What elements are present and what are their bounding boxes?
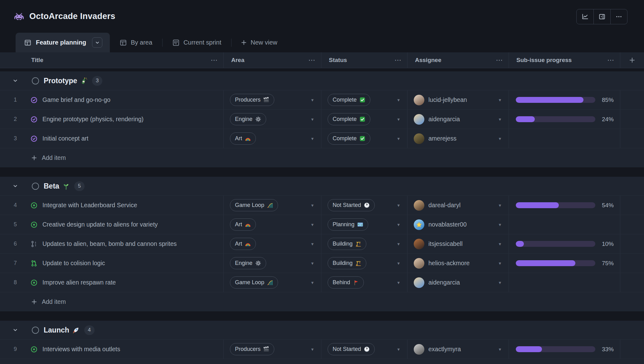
status-dropdown-chevron-icon[interactable]: ▾	[397, 203, 400, 208]
area-dropdown-chevron-icon[interactable]: ▾	[311, 97, 314, 103]
status-pill[interactable]: Not Started	[328, 199, 375, 211]
status-dropdown-chevron-icon[interactable]: ▾	[397, 136, 400, 141]
area-pill[interactable]: Art	[230, 218, 256, 231]
assignee-name[interactable]: itsjessicabell	[428, 240, 462, 247]
area-pill[interactable]: Producers	[230, 343, 274, 355]
tab-by-area[interactable]: By area	[110, 33, 162, 52]
status-dropdown-chevron-icon[interactable]: ▾	[397, 261, 400, 266]
status-pill[interactable]: Complete	[328, 94, 370, 106]
assignee-name[interactable]: novablaster00	[428, 221, 467, 228]
add-item-button[interactable]: Add item	[0, 359, 644, 364]
item-title[interactable]: Update to colision logic	[42, 260, 105, 267]
assignee-name[interactable]: aidengarcia	[428, 279, 460, 286]
more-options-button[interactable]	[610, 9, 627, 24]
group-name: Prototype	[44, 77, 77, 85]
item-title[interactable]: Creative design update to aliens for var…	[42, 221, 158, 228]
area-pill[interactable]: Engine	[230, 257, 266, 269]
assignee-name[interactable]: amerejess	[428, 135, 456, 142]
item-title[interactable]: Game brief and go-no-go	[42, 96, 110, 103]
area-dropdown-chevron-icon[interactable]: ▾	[311, 347, 314, 352]
area-dropdown-chevron-icon[interactable]: ▾	[311, 117, 314, 122]
status-dropdown-chevron-icon[interactable]: ▾	[397, 347, 400, 352]
area-pill[interactable]: Producers	[230, 94, 274, 106]
row-number: 7	[0, 260, 31, 266]
assignee-dropdown-chevron-icon[interactable]: ▾	[499, 280, 501, 285]
collapse-group-chevron-icon[interactable]	[12, 183, 18, 189]
column-progress-menu[interactable]: ⋯	[607, 57, 614, 64]
status-dropdown-chevron-icon[interactable]: ▾	[397, 222, 400, 228]
avatar[interactable]	[414, 239, 424, 249]
item-title[interactable]: Engine prototype (physics, rendering)	[42, 116, 144, 123]
add-column-button[interactable]	[629, 57, 635, 63]
area-pill[interactable]: Game Loop	[230, 276, 278, 289]
area-pill[interactable]: Art	[230, 238, 256, 250]
new-view-button[interactable]: New view	[232, 33, 287, 52]
area-label: Art	[235, 135, 242, 142]
status-pill[interactable]: Not Started	[328, 343, 375, 355]
add-item-button[interactable]: Add item	[0, 148, 644, 167]
assignee-dropdown-chevron-icon[interactable]: ▾	[499, 203, 501, 208]
insights-button[interactable]	[577, 9, 593, 24]
area-dropdown-chevron-icon[interactable]: ▾	[311, 261, 314, 266]
assignee-name[interactable]: helios-ackmore	[428, 260, 470, 267]
assignee-dropdown-chevron-icon[interactable]: ▾	[499, 222, 501, 228]
status-dropdown-chevron-icon[interactable]: ▾	[397, 280, 400, 285]
assignee-name[interactable]: lucid-jellybean	[428, 96, 467, 103]
item-title[interactable]: Interviews with media outlets	[42, 346, 120, 353]
status-pill[interactable]: Building	[328, 238, 366, 250]
avatar[interactable]	[414, 95, 424, 105]
status-cell: Building▾	[321, 254, 407, 273]
area-pill[interactable]: Art	[230, 132, 256, 145]
assignee-dropdown-chevron-icon[interactable]: ▾	[499, 97, 501, 103]
avatar[interactable]	[414, 258, 424, 269]
item-title[interactable]: Improve alien respawn rate	[42, 279, 116, 286]
area-dropdown-chevron-icon[interactable]: ▾	[311, 136, 314, 141]
assignee-name[interactable]: aidengarcia	[428, 116, 460, 123]
rainbow-emoji	[245, 241, 251, 247]
status-dropdown-chevron-icon[interactable]: ▾	[397, 97, 400, 103]
avatar[interactable]	[414, 277, 424, 288]
column-assignee-menu[interactable]: ⋯	[496, 57, 503, 64]
area-dropdown-chevron-icon[interactable]: ▾	[311, 280, 314, 285]
item-title[interactable]: Updates to alien, beam, bomb and cannon …	[42, 240, 177, 247]
area-pill[interactable]: Engine	[230, 113, 266, 125]
assignee-dropdown-chevron-icon[interactable]: ▾	[499, 347, 501, 352]
status-pill[interactable]: Complete	[328, 132, 370, 145]
tab-current-sprint[interactable]: Current sprint	[163, 33, 231, 52]
assignee-dropdown-chevron-icon[interactable]: ▾	[499, 261, 501, 266]
area-label: Art	[235, 221, 242, 228]
assignee-name[interactable]: dareal-daryl	[428, 202, 461, 209]
status-pill[interactable]: Building	[328, 257, 366, 269]
assignee-dropdown-chevron-icon[interactable]: ▾	[499, 241, 501, 247]
column-title-menu[interactable]: ⋯	[211, 57, 218, 64]
avatar[interactable]	[414, 344, 424, 355]
collapse-group-chevron-icon[interactable]	[12, 78, 18, 84]
status-pill[interactable]: Behind	[328, 276, 364, 289]
area-dropdown-chevron-icon[interactable]: ▾	[311, 203, 314, 208]
assignee-dropdown-chevron-icon[interactable]: ▾	[499, 136, 501, 141]
assignee-name[interactable]: exactlymyra	[428, 346, 461, 353]
column-area-menu[interactable]: ⋯	[308, 57, 315, 64]
progress-bar: 85%	[509, 97, 620, 103]
column-assignee: Assignee ⋯	[407, 52, 509, 68]
area-dropdown-chevron-icon[interactable]: ▾	[311, 222, 314, 228]
avatar[interactable]	[414, 200, 424, 211]
area-dropdown-chevron-icon[interactable]: ▾	[311, 241, 314, 247]
assignee-dropdown-chevron-icon[interactable]: ▾	[499, 117, 501, 122]
avatar[interactable]	[414, 114, 424, 125]
avatar[interactable]	[414, 219, 424, 230]
collapse-group-chevron-icon[interactable]	[12, 327, 18, 333]
tab-feature-planning[interactable]: Feature planning	[16, 33, 110, 52]
avatar[interactable]	[414, 133, 424, 144]
status-dropdown-chevron-icon[interactable]: ▾	[397, 241, 400, 247]
item-title[interactable]: Initial concept art	[42, 135, 88, 142]
add-item-button[interactable]: Add item	[0, 292, 644, 311]
status-pill[interactable]: Complete	[328, 113, 370, 125]
status-dropdown-chevron-icon[interactable]: ▾	[397, 117, 400, 122]
area-pill[interactable]: Game Loop	[230, 199, 278, 211]
view-options-button[interactable]	[92, 37, 102, 48]
side-panel-button[interactable]	[593, 9, 610, 24]
column-status-menu[interactable]: ⋯	[394, 57, 402, 64]
status-pill[interactable]: Planning	[328, 218, 368, 231]
item-title[interactable]: Integrate with Leaderboard Service	[42, 202, 137, 209]
